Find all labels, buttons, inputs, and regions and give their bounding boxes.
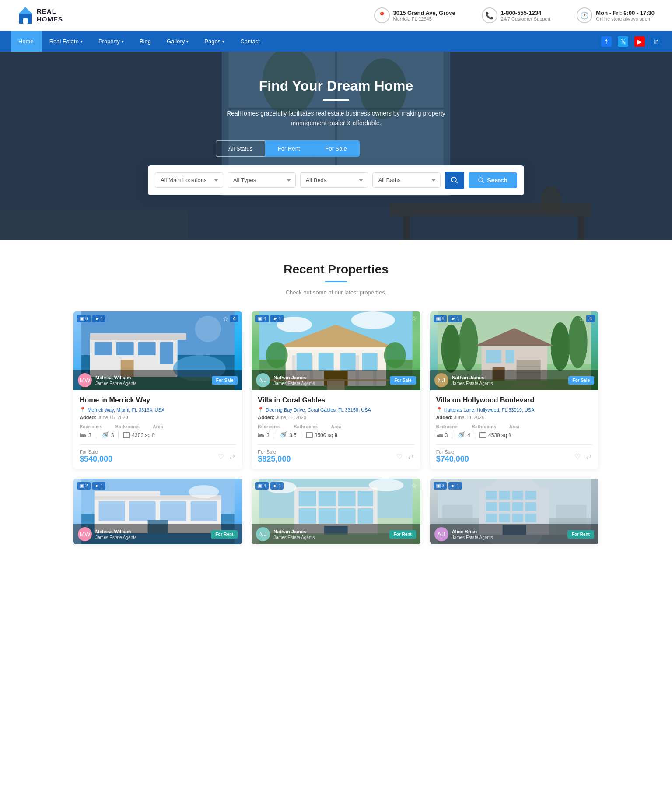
- favorite-star-2[interactable]: ☆: [411, 315, 417, 322]
- property-image-3[interactable]: 8 1 ☆ 4 NJ Nathan James: [430, 312, 598, 390]
- hero-subtitle: RealHomes gracefully facilitates real es…: [216, 108, 456, 128]
- prop-address-2: 📍 Deering Bay Drive, Coral Gables, FL 33…: [258, 407, 414, 413]
- location-pin-3: 📍: [436, 407, 442, 413]
- favorite-star-5[interactable]: ☆: [411, 482, 417, 489]
- nav-gallery[interactable]: Gallery ▾: [159, 31, 196, 52]
- prop-title-1[interactable]: Home in Merrick Way: [80, 396, 236, 404]
- bath-icon-1: 🚿: [101, 431, 109, 439]
- prop-title-2[interactable]: Villa in Coral Gables: [258, 396, 414, 404]
- prop-status-text-2: For Sale: [258, 449, 290, 455]
- compare-btn-1[interactable]: ⇄: [228, 452, 236, 462]
- compare-btn-2[interactable]: ⇄: [407, 452, 414, 462]
- svg-rect-119: [486, 502, 497, 511]
- search-icon-button[interactable]: [445, 172, 464, 189]
- svg-rect-115: [486, 491, 497, 500]
- area-3: 4530 sq ft: [480, 432, 511, 438]
- svg-point-58: [259, 318, 261, 320]
- property-image-4[interactable]: 2 1 MW Melissa William James Estate Agen…: [74, 479, 242, 544]
- baths-select[interactable]: All Baths 12345+: [372, 172, 441, 188]
- favorite-btn-3[interactable]: ♡: [574, 452, 581, 462]
- agent-bar-3: NJ Nathan James James Estate Agents For …: [430, 370, 598, 390]
- nav-blog[interactable]: Blog: [132, 31, 159, 52]
- search-bar: All Main Locations Miami Hollywood Coral…: [148, 165, 524, 195]
- favorite-btn-2[interactable]: ♡: [396, 452, 403, 462]
- svg-rect-72: [505, 350, 514, 363]
- nav-contact[interactable]: Contact: [232, 31, 268, 52]
- favorite-btn-1[interactable]: ♡: [217, 452, 225, 462]
- phone-info: 📞 1-800-555-1234 24/7 Customer Support: [482, 7, 551, 23]
- location-pin-1: 📍: [80, 407, 86, 413]
- nav-real-estate[interactable]: Real Estate ▾: [42, 31, 91, 52]
- photo-count-6: 3: [434, 482, 447, 490]
- svg-marker-92: [96, 485, 99, 487]
- property-image-1[interactable]: 6 1 ☆ 4 MW Melissa William: [74, 312, 242, 390]
- prop-price-2: $825,000: [258, 455, 290, 464]
- agent-agency-5: James Estate Agents: [273, 535, 315, 540]
- favorite-star-3[interactable]: ☆: [579, 315, 584, 322]
- nav-pages[interactable]: Pages ▾: [196, 31, 232, 52]
- svg-rect-116: [499, 491, 510, 500]
- status-badge-5: For Rent: [389, 530, 416, 539]
- stat-sep-2a: [274, 432, 274, 439]
- bed-icon-2: 🛏: [258, 431, 265, 439]
- video-count-2: 1: [270, 315, 284, 322]
- tab-for-rent[interactable]: For Rent: [265, 140, 313, 157]
- type-select[interactable]: All Types House Apartment Villa: [228, 172, 296, 188]
- svg-rect-99: [358, 491, 373, 506]
- svg-marker-1: [18, 7, 32, 14]
- svg-rect-2: [23, 18, 28, 24]
- prop-price-3: $740,000: [436, 455, 469, 464]
- tab-for-sale[interactable]: For Sale: [313, 140, 360, 157]
- agent-agency-6: James Estate Agents: [452, 535, 493, 540]
- property-grid-row1: 6 1 ☆ 4 MW Melissa William: [74, 312, 598, 469]
- corner-num-1: 4: [230, 315, 239, 322]
- youtube-icon[interactable]: ▶: [634, 36, 645, 47]
- agent-bar-5: NJ Nathan James James Estate Agents For …: [252, 524, 420, 544]
- agent-avatar-4: MW: [78, 527, 92, 541]
- prop-title-3[interactable]: Villa on Hollywood Boulevard: [436, 396, 592, 404]
- photo-count-3: 8: [434, 315, 447, 322]
- stat-sep-1b: [118, 432, 119, 439]
- svg-point-41: [351, 312, 395, 329]
- location-select[interactable]: All Main Locations Miami Hollywood Coral…: [155, 172, 223, 188]
- nav-property[interactable]: Property ▾: [91, 31, 132, 52]
- tab-all-status[interactable]: All Status: [216, 140, 265, 157]
- compare-btn-3[interactable]: ⇄: [585, 452, 592, 462]
- stat-sep-3a: [452, 432, 452, 439]
- agent-avatar-1: MW: [78, 373, 92, 387]
- favorite-star-1[interactable]: ☆: [223, 315, 228, 322]
- location-pin-2: 📍: [258, 407, 264, 413]
- area-1: 4300 sq ft: [123, 432, 155, 438]
- search-button[interactable]: Search: [469, 172, 517, 188]
- bathrooms-2: 🚿 3.5: [279, 431, 297, 439]
- prop-actions-2: ♡ ⇄: [396, 452, 414, 462]
- twitter-icon[interactable]: 𝕏: [618, 36, 628, 47]
- property-image-2[interactable]: 4 1 ☆ NJ Nathan James James Esta: [252, 312, 420, 390]
- prop-stats-2: 🛏 3 🚿 3.5 3500 sq ft: [258, 431, 414, 439]
- svg-rect-96: [299, 491, 316, 506]
- svg-point-109: [259, 485, 261, 487]
- prop-badges-right-1: ☆ 4: [223, 315, 239, 322]
- property-card-3: 8 1 ☆ 4 NJ Nathan James: [430, 312, 598, 469]
- property-image-6[interactable]: 3 1 AB Alice Brian James Estate Agents: [430, 479, 598, 544]
- svg-point-62: [441, 325, 460, 373]
- nav-home[interactable]: Home: [10, 31, 42, 52]
- status-badge-3: For Sale: [568, 376, 594, 385]
- prop-stats-1: 🛏 3 🚿 3 4300 sq ft: [80, 431, 236, 439]
- svg-rect-26: [94, 342, 112, 355]
- svg-point-77: [437, 318, 439, 320]
- facebook-icon[interactable]: f: [601, 36, 612, 47]
- logo-text: REAL HOMES: [37, 7, 63, 23]
- corner-num-3: 4: [586, 315, 595, 322]
- recent-properties-section: Recent Properties Check out some of our …: [0, 240, 672, 557]
- beds-select[interactable]: All Beds 12345+: [300, 172, 368, 188]
- property-image-5[interactable]: 4 1 ☆ NJ Nathan James James Esta: [252, 479, 420, 544]
- linkedin-icon[interactable]: in: [651, 36, 662, 47]
- svg-point-56: [384, 342, 406, 368]
- svg-marker-78: [452, 318, 455, 320]
- hero-section: Find Your Dream Home RealHomes gracefull…: [0, 52, 672, 240]
- svg-point-132: [437, 485, 439, 487]
- prop-badges-right-3: ☆ 4: [579, 315, 595, 322]
- logo[interactable]: REAL HOMES: [18, 6, 63, 24]
- prop-added-1: Added: June 15, 2020: [80, 415, 236, 420]
